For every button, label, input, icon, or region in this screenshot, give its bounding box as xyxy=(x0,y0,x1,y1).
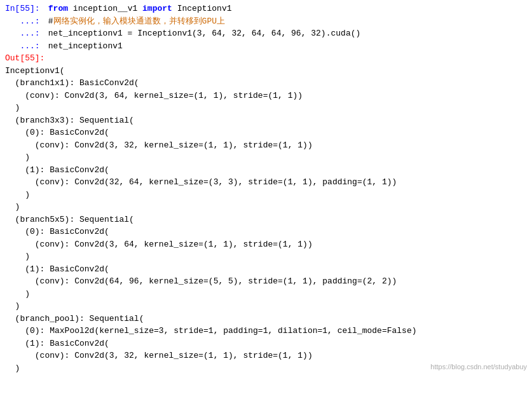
code-segment: (branch1x1): BasicConv2d( xyxy=(5,77,139,90)
code-line: (0): BasicConv2d( xyxy=(5,126,527,139)
code-segment: (0): MaxPool2d(kernel_size=3, stride=1, … xyxy=(5,325,417,337)
code-segment: ) xyxy=(5,189,30,201)
prompt: ...: xyxy=(5,27,43,40)
code-segment: # xyxy=(43,15,53,28)
code-line: ...: net_inceptionv1 xyxy=(5,40,527,53)
code-segment: (1): BasicConv2d( xyxy=(5,337,109,350)
code-segment: (0): BasicConv2d( xyxy=(5,226,109,238)
code-segment: ) xyxy=(5,288,30,301)
code-line: ) xyxy=(5,288,527,301)
code-line: ...: #网络实例化，输入模块通道数，并转移到GPU上 xyxy=(5,15,527,28)
code-line: ) xyxy=(5,250,527,263)
prompt: In[55]: xyxy=(5,3,43,15)
code-line: (branch5x5): Sequential( xyxy=(5,214,527,226)
code-line: ) xyxy=(5,102,527,114)
code-segment: ) xyxy=(5,250,30,263)
code-segment: (1): BasicConv2d( xyxy=(5,263,109,276)
code-segment: (conv): Conv2d(64, 96, kernel_size=(5, 5… xyxy=(5,275,397,288)
code-line: (1): BasicConv2d( xyxy=(5,164,527,177)
code-line: ) xyxy=(5,151,527,164)
code-line: In[55]: from inception__v1 import Incept… xyxy=(5,3,527,15)
code-segment xyxy=(43,3,48,15)
code-line: ) xyxy=(5,201,527,214)
code-line: (1): BasicConv2d( xyxy=(5,337,527,350)
code-segment: Inceptionv1 xyxy=(172,3,232,15)
code-line: ) xyxy=(5,189,527,201)
code-segment: (0): BasicConv2d( xyxy=(5,126,109,139)
code-line: (conv): Conv2d(3, 64, kernel_size=(1, 1)… xyxy=(5,238,527,251)
code-segment: from xyxy=(48,3,68,15)
prompt: Out[55]: xyxy=(5,52,44,65)
code-line: (0): BasicConv2d( xyxy=(5,226,527,238)
code-line: (conv): Conv2d(32, 64, kernel_size=(3, 3… xyxy=(5,176,527,189)
code-line: (branch1x1): BasicConv2d( xyxy=(5,77,527,90)
code-line: (branch3x3): Sequential( xyxy=(5,114,527,127)
code-container: In[55]: from inception__v1 import Incept… xyxy=(0,0,532,377)
code-line: (conv): Conv2d(3, 32, kernel_size=(1, 1)… xyxy=(5,350,527,362)
code-line: (conv): Conv2d(3, 32, kernel_size=(1, 1)… xyxy=(5,139,527,152)
code-segment: Inceptionv1( xyxy=(5,65,65,78)
code-segment: (branch_pool): Sequential( xyxy=(5,313,144,325)
code-segment: (conv): Conv2d(3, 32, kernel_size=(1, 1)… xyxy=(5,350,313,362)
code-segment: (branch5x5): Sequential( xyxy=(5,214,134,226)
prompt: ...: xyxy=(5,40,43,53)
code-segment: (conv): Conv2d(3, 64, kernel_size=(1, 1)… xyxy=(5,90,303,102)
code-line: (conv): Conv2d(3, 64, kernel_size=(1, 1)… xyxy=(5,90,527,102)
code-segment: import xyxy=(142,3,172,15)
code-segment: ) xyxy=(5,300,20,313)
code-line: (0): MaxPool2d(kernel_size=3, stride=1, … xyxy=(5,325,527,337)
code-line: ...: net_inceptionv1 = Inceptionv1(3, 64… xyxy=(5,27,527,40)
code-segment: inception__v1 xyxy=(68,3,142,15)
code-line: (1): BasicConv2d( xyxy=(5,263,527,276)
code-segment: ) xyxy=(5,362,20,375)
code-segment: net_inceptionv1 = Inceptionv1(3, 64, 32,… xyxy=(43,27,360,40)
code-line: (conv): Conv2d(64, 96, kernel_size=(5, 5… xyxy=(5,275,527,288)
code-line: ) xyxy=(5,300,527,313)
code-segment: (conv): Conv2d(32, 64, kernel_size=(3, 3… xyxy=(5,176,397,189)
code-segment: (conv): Conv2d(3, 64, kernel_size=(1, 1)… xyxy=(5,238,313,251)
code-segment: net_inceptionv1 xyxy=(43,40,123,53)
code-segment: 网络实例化，输入模块通道数，并转移到GPU上 xyxy=(53,15,225,28)
code-segment: ) xyxy=(5,201,20,214)
code-line: Out[55]: xyxy=(5,52,527,65)
code-segment: (conv): Conv2d(3, 32, kernel_size=(1, 1)… xyxy=(5,139,313,152)
code-segment: ) xyxy=(5,102,20,114)
code-segment: (branch3x3): Sequential( xyxy=(5,114,134,127)
code-line: Inceptionv1( xyxy=(5,65,527,78)
watermark: https://blog.csdn.net/studyabuy xyxy=(430,362,527,372)
code-segment: ) xyxy=(5,151,30,164)
prompt: ...: xyxy=(5,15,43,28)
code-line: (branch_pool): Sequential( xyxy=(5,313,527,325)
code-segment: (1): BasicConv2d( xyxy=(5,164,109,177)
